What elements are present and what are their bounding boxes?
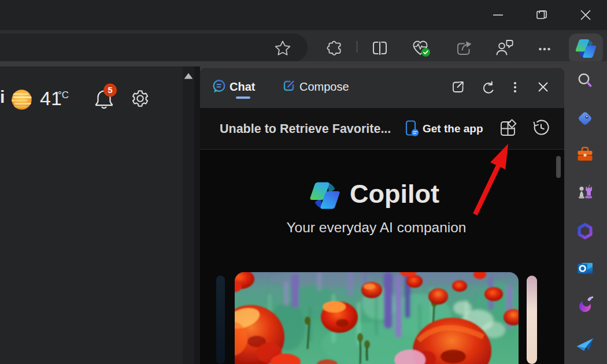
svg-text:5: 5 bbox=[108, 86, 113, 95]
